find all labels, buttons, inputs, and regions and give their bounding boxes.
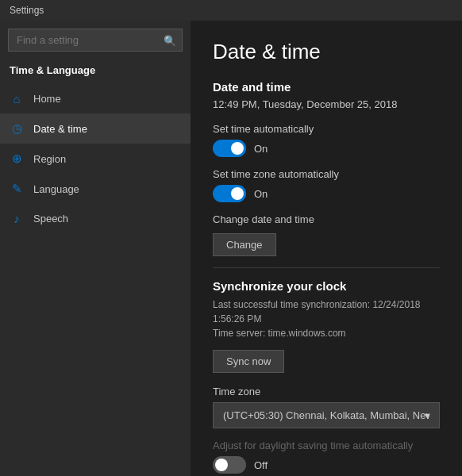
speech-icon: ♪ (10, 212, 24, 225)
set-time-auto-label: Set time automatically (213, 123, 440, 135)
sidebar-item-speech-label: Speech (33, 213, 68, 225)
sidebar-item-home-label: Home (33, 93, 61, 105)
sidebar-item-language-label: Language (33, 183, 79, 195)
sidebar-item-date-time[interactable]: ◷ Date & time (0, 113, 191, 144)
set-time-auto-state-label: On (254, 143, 268, 155)
sync-section: Synchronize your clock Last successful t… (213, 279, 440, 373)
sidebar-item-speech[interactable]: ♪ Speech (0, 204, 191, 233)
section-title-date-time: Date and time (213, 80, 440, 94)
daylight-saving-toggle-row: Off (213, 456, 440, 474)
change-button[interactable]: Change (213, 233, 276, 256)
current-date-time: 12:49 PM, Tuesday, December 25, 2018 (213, 98, 440, 110)
language-icon: ✎ (10, 182, 24, 196)
home-icon: ⌂ (10, 92, 24, 106)
daylight-saving-row: Adjust for daylight saving time automati… (213, 440, 440, 474)
set-timezone-auto-state-label: On (254, 188, 268, 200)
time-server-text: Time server: time.windows.com (213, 326, 440, 340)
timezone-dropdown-container: (UTC+05:30) Chennai, Kolkata, Mumbai, Ne… (213, 402, 440, 428)
sidebar-item-region-label: Region (33, 153, 66, 165)
last-sync-text: Last successful time synchronization: 12… (213, 298, 440, 326)
search-input[interactable] (8, 29, 183, 52)
set-time-auto-toggle-row: On (213, 140, 440, 157)
sidebar-item-home[interactable]: ⌂ Home (0, 84, 191, 113)
set-time-auto-toggle[interactable] (213, 140, 246, 157)
timezone-row: Time zone (UTC+05:30) Chennai, Kolkata, … (213, 386, 440, 428)
page-title: Date & time (213, 40, 440, 64)
sync-section-title: Synchronize your clock (213, 279, 440, 293)
date-time-icon: ◷ (10, 121, 24, 136)
timezone-label: Time zone (213, 386, 440, 397)
search-box-container: 🔍 (8, 29, 183, 52)
change-date-time-label: Change date and time (213, 213, 440, 225)
set-time-auto-row: Set time automatically On (213, 123, 440, 157)
set-timezone-auto-toggle[interactable] (213, 185, 246, 202)
divider-1 (213, 267, 440, 268)
daylight-saving-label: Adjust for daylight saving time automati… (213, 440, 440, 451)
daylight-saving-state-label: Off (254, 459, 268, 471)
sidebar-item-date-time-label: Date & time (33, 123, 87, 135)
set-timezone-auto-label: Set time zone automatically (213, 168, 440, 180)
sidebar-item-region[interactable]: ⊕ Region (0, 144, 191, 174)
sidebar-section-title: Time & Language (0, 61, 191, 84)
title-label: Settings (10, 5, 44, 16)
daylight-saving-toggle[interactable] (213, 456, 246, 474)
sidebar: 🔍 Time & Language ⌂ Home ◷ Date & time ⊕… (0, 21, 191, 476)
timezone-dropdown[interactable]: (UTC+05:30) Chennai, Kolkata, Mumbai, Ne… (213, 402, 440, 428)
set-timezone-auto-toggle-row: On (213, 185, 440, 202)
content-area: Date & time Date and time 12:49 PM, Tues… (191, 21, 462, 476)
sync-now-button[interactable]: Sync now (213, 350, 284, 373)
change-date-time-row: Change date and time Change (213, 213, 440, 256)
set-timezone-auto-row: Set time zone automatically On (213, 168, 440, 202)
search-icon: 🔍 (164, 34, 176, 46)
region-icon: ⊕ (10, 152, 24, 166)
sidebar-item-language[interactable]: ✎ Language (0, 174, 191, 204)
title-bar: Settings (0, 0, 462, 21)
